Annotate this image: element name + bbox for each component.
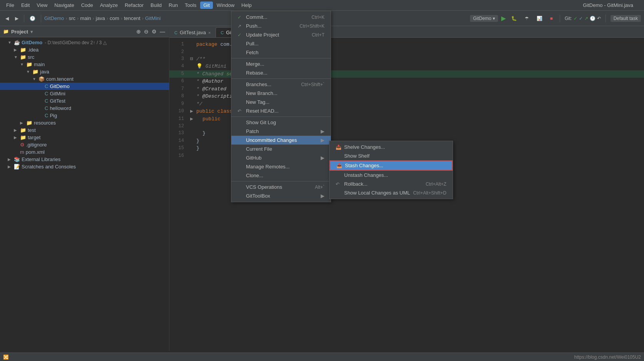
menu-item-help[interactable]: Help bbox=[238, 2, 255, 9]
git-menu-fetch[interactable]: Fetch bbox=[231, 48, 331, 57]
git-rollback-btn[interactable]: ↶ bbox=[597, 16, 601, 21]
tree-item-java[interactable]: ▼ 📁 java bbox=[0, 68, 169, 75]
git-menu-manage-remotes[interactable]: Manage Remotes... bbox=[231, 162, 331, 171]
tree-item-pig[interactable]: C Pig bbox=[0, 112, 169, 119]
tree-arrow-gitdemo[interactable]: ▼ bbox=[8, 40, 14, 45]
sidebar-settings-btn[interactable]: ⚙ bbox=[151, 28, 157, 35]
vcs-badge: Git: ✓ ✓ ↗ 🕐 ↶ bbox=[565, 16, 601, 21]
menu-item-window[interactable]: Window bbox=[214, 2, 238, 9]
profile-button[interactable]: 📊 bbox=[534, 15, 545, 22]
run-button[interactable]: ▶ bbox=[501, 15, 506, 22]
sidebar-hide-btn[interactable]: — bbox=[159, 28, 166, 35]
tree-item-gitdemo-root[interactable]: ▼ ☕ GitDemo - D:\test\GitDemo dev 2↑ / 3… bbox=[0, 39, 169, 46]
menu-item-edit[interactable]: Edit bbox=[18, 2, 33, 9]
tree-item-gitTest[interactable]: C GitTest bbox=[0, 97, 169, 105]
breadcrumb-main[interactable]: main bbox=[80, 15, 91, 21]
tree-item-target[interactable]: ▶ 📁 target bbox=[0, 134, 169, 141]
git-menu-github[interactable]: GitHub ▶ bbox=[231, 153, 331, 162]
breadcrumb-com[interactable]: com bbox=[110, 15, 119, 21]
uncommitted-unstash[interactable]: Unstash Changes... bbox=[330, 171, 453, 180]
breadcrumb-java[interactable]: java bbox=[96, 15, 105, 21]
sidebar-dropdown-arrow[interactable]: ▾ bbox=[30, 29, 33, 35]
tree-item-gitignore[interactable]: ⚙ .gitignore bbox=[0, 141, 169, 148]
menu-item-analyze[interactable]: Analyze bbox=[97, 2, 121, 9]
git-menu-show-log[interactable]: Show Git Log bbox=[231, 118, 331, 127]
git-menu-vcs[interactable]: VCS Operations Alt+` bbox=[231, 183, 331, 191]
menu-item-git[interactable]: Git bbox=[200, 2, 213, 9]
tree-item-resources[interactable]: ▶ 📁 resources bbox=[0, 119, 169, 126]
tree-item-com-tencent[interactable]: ▼ 📦 com.tencent bbox=[0, 75, 169, 83]
toolbar-back-btn[interactable]: ◀ bbox=[3, 15, 11, 22]
breadcrumb-src[interactable]: src bbox=[69, 15, 75, 21]
git-menu-sep-1 bbox=[231, 58, 331, 58]
tree-arrow-ext-libs[interactable]: ▶ bbox=[8, 157, 14, 161]
menu-item-tools[interactable]: Tools bbox=[182, 2, 199, 9]
git-menu-current-file[interactable]: Current File bbox=[231, 145, 331, 153]
git-menu-push[interactable]: ↗ Push... Ctrl+Shift+K bbox=[231, 22, 331, 30]
git-menu-pull[interactable]: Pull... bbox=[231, 39, 331, 48]
tree-item-idea[interactable]: ▶ 📁 .idea bbox=[0, 46, 169, 53]
git-arrow-up: ↗ bbox=[584, 16, 588, 21]
status-right-url: https://blog.csdn.net/Wei0105U2 bbox=[574, 354, 641, 360]
git-menu-gittoolbox[interactable]: GitToolBox ▶ bbox=[231, 191, 331, 200]
toolbar-recent-btn[interactable]: 🕐 bbox=[27, 15, 38, 22]
tree-arrow-com-tencent[interactable]: ▼ bbox=[32, 77, 38, 81]
default-task-selector[interactable]: Default task bbox=[611, 15, 641, 22]
tree-arrow-src[interactable]: ▼ bbox=[14, 55, 20, 59]
git-menu-branches[interactable]: Branches... Ctrl+Shift+` bbox=[231, 80, 331, 89]
tree-arrow-idea[interactable]: ▶ bbox=[14, 48, 20, 52]
tree-item-helloword[interactable]: C helloword bbox=[0, 105, 169, 112]
tree-arrow-test[interactable]: ▶ bbox=[14, 128, 20, 132]
tree-item-external-libs[interactable]: ▶ 📚 External Libraries bbox=[0, 156, 169, 163]
tree-arrow-main[interactable]: ▼ bbox=[20, 62, 26, 67]
git-menu-new-branch[interactable]: New Branch... bbox=[231, 89, 331, 98]
uncommitted-rollback[interactable]: ↶ Rollback... Ctrl+Alt+Z bbox=[330, 180, 453, 188]
tab-gitTest[interactable]: C GitTest.java × bbox=[169, 27, 216, 37]
tree-item-gitdemo-file[interactable]: C GitDemo bbox=[0, 83, 169, 90]
tree-item-test[interactable]: ▶ 📁 test bbox=[0, 126, 169, 134]
git-menu-commit[interactable]: ✓ Commit... Ctrl+K bbox=[231, 13, 331, 22]
breadcrumb-gitdemo[interactable]: GitDemo bbox=[44, 15, 64, 21]
tree-item-pom[interactable]: m pom.xml bbox=[0, 148, 169, 156]
git-menu-uncommitted[interactable]: Uncommitted Changes ▶ bbox=[231, 136, 331, 145]
breadcrumb-gitmini[interactable]: GitMini bbox=[145, 15, 161, 21]
breadcrumb-tencent[interactable]: tencent bbox=[124, 15, 141, 21]
git-menu-patch[interactable]: Patch ▶ bbox=[231, 127, 331, 136]
tree-arrow-scratches[interactable]: ▶ bbox=[8, 165, 14, 169]
tab-gitTest-close[interactable]: × bbox=[208, 30, 211, 35]
tree-item-scratches[interactable]: ▶ 📝 Scratches and Consoles bbox=[0, 163, 169, 170]
git-menu-clone[interactable]: Clone... bbox=[231, 171, 331, 180]
uncommitted-stash[interactable]: 📥 Stash Changes... bbox=[330, 160, 453, 171]
menu-item-run[interactable]: Run bbox=[166, 2, 181, 9]
sidebar-collapse-btn[interactable]: ⊖ bbox=[143, 28, 149, 35]
uncommitted-show-uml[interactable]: Show Local Changes as UML Ctrl+Alt+Shift… bbox=[330, 188, 453, 197]
coverage-button[interactable]: ☂ bbox=[522, 15, 531, 22]
run-config-selector[interactable]: GitDemo ▾ bbox=[470, 15, 498, 22]
menu-item-view[interactable]: View bbox=[33, 2, 50, 9]
git-menu-merge[interactable]: Merge... bbox=[231, 60, 331, 68]
menu-item-file[interactable]: File bbox=[3, 2, 17, 9]
tree-item-gitmini[interactable]: C GitMini bbox=[0, 90, 169, 97]
tree-arrow-java[interactable]: ▼ bbox=[26, 70, 32, 74]
menu-item-navigate[interactable]: Navigate bbox=[51, 2, 77, 9]
tree-arrow-target[interactable]: ▶ bbox=[14, 135, 20, 140]
sidebar-locate-btn[interactable]: ⊕ bbox=[135, 28, 142, 35]
toolbar-forward-btn[interactable]: ▶ bbox=[13, 15, 21, 22]
git-menu-new-tag[interactable]: New Tag... bbox=[231, 98, 331, 106]
menu-item-build[interactable]: Build bbox=[147, 2, 165, 9]
git-menu-update[interactable]: ✓ Update Project Ctrl+T bbox=[231, 30, 331, 39]
sidebar-icons: ⊕ ⊖ ⚙ — bbox=[135, 28, 166, 35]
git-menu-reset[interactable]: ↶ Reset HEAD... bbox=[231, 106, 331, 115]
debug-button[interactable]: 🐛 bbox=[509, 15, 519, 22]
tree-item-main[interactable]: ▼ 📁 main bbox=[0, 61, 169, 68]
tree-arrow-resources[interactable]: ▶ bbox=[20, 121, 26, 125]
update-check-icon: ✓ bbox=[238, 32, 243, 38]
git-menu-rebase[interactable]: Rebase... bbox=[231, 68, 331, 77]
uncommitted-shelve[interactable]: 📥 Shelve Changes... bbox=[330, 143, 453, 151]
menu-item-refactor[interactable]: Refactor bbox=[122, 2, 147, 9]
tree-item-src[interactable]: ▼ 📁 src bbox=[0, 53, 169, 61]
menu-item-code[interactable]: Code bbox=[78, 2, 96, 9]
stop-button[interactable]: ■ bbox=[548, 15, 555, 22]
uncommitted-show-shelf[interactable]: Show Shelf bbox=[330, 151, 453, 160]
git-history-btn[interactable]: 🕐 bbox=[590, 16, 595, 21]
